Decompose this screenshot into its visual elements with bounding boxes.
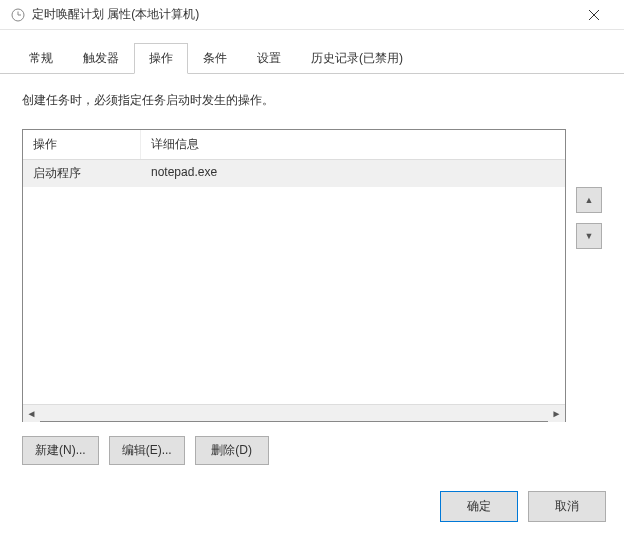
tab-history[interactable]: 历史记录(已禁用) (296, 43, 418, 74)
scroll-left-icon[interactable]: ◄ (23, 405, 40, 422)
column-operation[interactable]: 操作 (23, 130, 141, 159)
actions-table: 操作 详细信息 启动程序 notepad.exe ◄ ► (22, 129, 566, 422)
reorder-buttons: ▲ ▼ (576, 129, 602, 422)
tab-triggers[interactable]: 触发器 (68, 43, 134, 74)
action-buttons-row: 新建(N)... 编辑(E)... 删除(D) (22, 436, 602, 465)
tab-content-actions: 创建任务时，必须指定任务启动时发生的操作。 操作 详细信息 启动程序 notep… (0, 74, 624, 475)
close-icon (589, 10, 599, 20)
dialog-footer: 确定 取消 (440, 491, 606, 522)
tab-actions[interactable]: 操作 (134, 43, 188, 74)
move-up-button[interactable]: ▲ (576, 187, 602, 213)
tab-conditions[interactable]: 条件 (188, 43, 242, 74)
tab-general[interactable]: 常规 (14, 43, 68, 74)
close-button[interactable] (574, 1, 614, 29)
table-header: 操作 详细信息 (23, 130, 565, 160)
move-down-button[interactable]: ▼ (576, 223, 602, 249)
tab-strip: 常规 触发器 操作 条件 设置 历史记录(已禁用) (0, 30, 624, 74)
table-body[interactable]: 启动程序 notepad.exe (23, 160, 565, 404)
clock-icon (10, 7, 26, 23)
column-details[interactable]: 详细信息 (141, 130, 565, 159)
delete-button[interactable]: 删除(D) (195, 436, 269, 465)
table-row[interactable]: 启动程序 notepad.exe (23, 160, 565, 187)
cell-details: notepad.exe (141, 160, 565, 187)
cancel-button[interactable]: 取消 (528, 491, 606, 522)
horizontal-scrollbar[interactable]: ◄ ► (23, 404, 565, 421)
tab-settings[interactable]: 设置 (242, 43, 296, 74)
window-title: 定时唤醒计划 属性(本地计算机) (32, 6, 574, 23)
title-bar: 定时唤醒计划 属性(本地计算机) (0, 0, 624, 30)
new-button[interactable]: 新建(N)... (22, 436, 99, 465)
ok-button[interactable]: 确定 (440, 491, 518, 522)
down-arrow-icon: ▼ (585, 231, 594, 241)
edit-button[interactable]: 编辑(E)... (109, 436, 185, 465)
scroll-right-icon[interactable]: ► (548, 405, 565, 422)
instruction-text: 创建任务时，必须指定任务启动时发生的操作。 (22, 92, 602, 109)
cell-operation: 启动程序 (23, 160, 141, 187)
up-arrow-icon: ▲ (585, 195, 594, 205)
